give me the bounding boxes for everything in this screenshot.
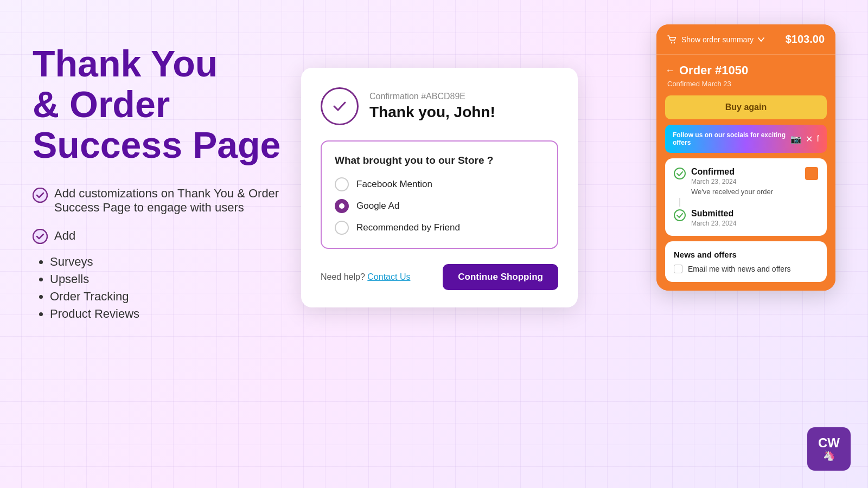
- left-section: Thank You & Order Success Page Add custo…: [33, 43, 315, 321]
- confirmation-header: Confirmation #ABCD89E Thank you, John!: [321, 87, 558, 125]
- cart-icon: [667, 35, 677, 44]
- status-submitted-info: Submitted March 23, 2024: [691, 209, 736, 227]
- radio-friend[interactable]: [335, 221, 349, 235]
- cw-mascot-icon: 🦄: [823, 450, 835, 461]
- confirmation-text: Confirmation #ABCD89E Thank you, John!: [369, 92, 495, 121]
- orange-square-indicator: [805, 167, 818, 180]
- social-banner-text: Follow us on our socials for exciting of…: [673, 131, 790, 146]
- confirmation-check-icon: [330, 97, 349, 116]
- order-number-title: Order #1050: [679, 63, 748, 78]
- confirmation-greeting: Thank you, John!: [369, 104, 495, 121]
- svg-point-0: [33, 188, 47, 202]
- status-submitted-date: March 23, 2024: [691, 220, 736, 227]
- order-number-row: ← Order #1050: [665, 55, 827, 80]
- card-footer: Need help? Contact Us Continue Shopping: [321, 264, 558, 290]
- status-submitted-check: [674, 209, 686, 221]
- confirmation-number: Confirmation #ABCD89E: [369, 92, 495, 101]
- radio-google[interactable]: [335, 199, 349, 213]
- order-status-card: Confirmed March 23, 2024 We've received …: [665, 158, 827, 236]
- status-confirmed-date: March 23, 2024: [691, 178, 773, 185]
- status-submitted-row: Submitted March 23, 2024: [674, 209, 818, 227]
- order-total: $103.00: [786, 33, 825, 46]
- confirmation-check-circle: [321, 87, 359, 125]
- svg-point-3: [674, 42, 675, 43]
- news-checkbox-row[interactable]: Email me with news and offers: [674, 265, 818, 273]
- survey-question: What brought you to our Store ?: [335, 155, 544, 166]
- status-confirmed-desc: We've received your order: [691, 188, 773, 196]
- survey-option-google[interactable]: Google Ad: [335, 199, 544, 213]
- feature-item-1: Add customizations on Thank You & Order …: [33, 187, 315, 215]
- status-divider: [679, 198, 680, 207]
- contact-link[interactable]: Contact Us: [367, 272, 410, 281]
- social-icons: 📷 ✕ f: [790, 134, 819, 144]
- sub-item-reviews: Product Reviews: [50, 307, 139, 321]
- status-confirmed-label: Confirmed: [691, 167, 773, 177]
- back-arrow-icon[interactable]: ←: [665, 65, 675, 76]
- facebook-icon[interactable]: f: [817, 134, 819, 144]
- confirmation-card: Confirmation #ABCD89E Thank you, John! W…: [301, 68, 578, 307]
- show-order-summary-label: Show order summary: [681, 35, 754, 44]
- status-confirmed-check: [674, 168, 686, 179]
- instagram-icon[interactable]: 📷: [790, 134, 801, 144]
- buy-again-button[interactable]: Buy again: [665, 95, 827, 119]
- chevron-down-icon: [758, 37, 764, 42]
- feature-item-2: Add Surveys Upsells Order Tracking Produ…: [33, 228, 315, 321]
- help-text: Need help? Contact Us: [321, 272, 410, 282]
- news-checkbox-label: Email me with news and offers: [688, 265, 791, 273]
- svg-point-2: [671, 42, 672, 43]
- social-banner[interactable]: Follow us on our socials for exciting of…: [665, 125, 827, 153]
- svg-point-1: [33, 229, 47, 243]
- status-confirmed-left: Confirmed March 23, 2024 We've received …: [674, 167, 773, 196]
- cw-logo: CW 🦄: [807, 427, 851, 471]
- news-checkbox[interactable]: [674, 265, 682, 273]
- sub-feature-list: Surveys Upsells Order Tracking Product R…: [33, 255, 139, 321]
- order-panel-body: ← Order #1050 Confirmed March 23 Buy aga…: [656, 55, 835, 291]
- survey-options: Facebook Mention Google Ad Recommended b…: [335, 177, 544, 235]
- check-icon-2: [33, 229, 48, 244]
- svg-point-4: [674, 168, 685, 179]
- news-title: News and offers: [674, 250, 818, 259]
- status-confirmed-info: Confirmed March 23, 2024 We've received …: [691, 167, 773, 196]
- check-icon-1: [33, 188, 48, 203]
- survey-option-friend[interactable]: Recommended by Friend: [335, 221, 544, 235]
- sub-item-surveys: Surveys: [50, 255, 139, 269]
- twitter-icon[interactable]: ✕: [806, 134, 813, 144]
- cw-letters: CW: [818, 436, 840, 450]
- show-order-summary-toggle[interactable]: Show order summary: [667, 35, 764, 44]
- survey-label-google: Google Ad: [356, 201, 399, 211]
- survey-option-facebook[interactable]: Facebook Mention: [335, 177, 544, 191]
- news-offers-card: News and offers Email me with news and o…: [665, 241, 827, 282]
- status-submitted-label: Submitted: [691, 209, 736, 219]
- survey-label-friend: Recommended by Friend: [356, 222, 460, 233]
- sub-item-tracking: Order Tracking: [50, 290, 139, 304]
- continue-shopping-button[interactable]: Continue Shopping: [443, 264, 558, 290]
- svg-point-5: [674, 210, 685, 221]
- sub-item-upsells: Upsells: [50, 272, 139, 286]
- radio-facebook[interactable]: [335, 177, 349, 191]
- order-panel: Show order summary $103.00 ← Order #1050…: [656, 24, 835, 291]
- survey-label-facebook: Facebook Mention: [356, 179, 432, 190]
- survey-box: What brought you to our Store ? Facebook…: [321, 140, 558, 249]
- main-title: Thank You & Order Success Page: [33, 43, 315, 165]
- status-confirmed-row: Confirmed March 23, 2024 We've received …: [674, 167, 818, 196]
- feature-list: Add customizations on Thank You & Order …: [33, 187, 315, 321]
- order-confirmed-date: Confirmed March 23: [665, 80, 827, 88]
- order-panel-header: Show order summary $103.00: [656, 24, 835, 55]
